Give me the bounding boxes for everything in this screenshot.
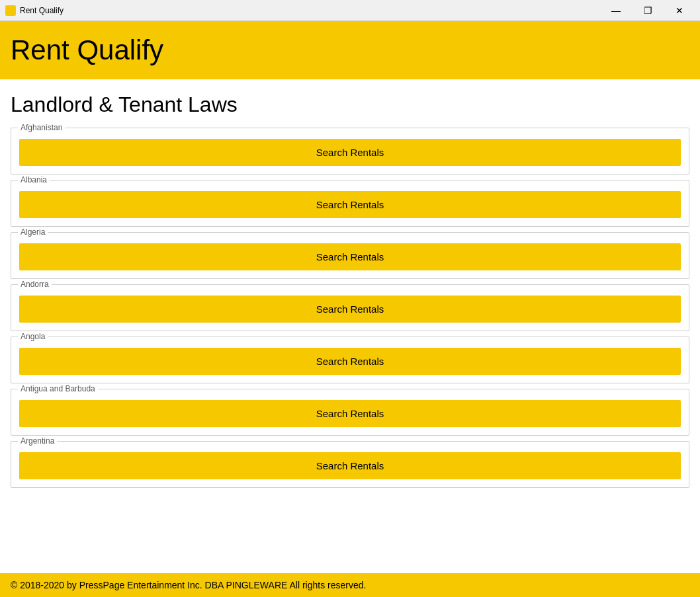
country-group: Antigua and BarbudaSearch Rentals (11, 389, 689, 436)
country-label: Angola (18, 332, 48, 341)
app-header: Rent Qualify (0, 21, 700, 79)
search-rentals-button[interactable]: Search Rentals (19, 348, 681, 375)
main-content: Landlord & Tenant Laws AfghanistanSearch… (0, 79, 700, 573)
country-label: Albania (18, 175, 50, 184)
title-bar: Rent Qualify — ❐ ✕ (0, 0, 700, 21)
search-rentals-button[interactable]: Search Rentals (19, 243, 681, 270)
close-button[interactable]: ✕ (664, 0, 695, 21)
country-group: AngolaSearch Rentals (11, 337, 689, 383)
country-label: Antigua and Barbuda (18, 384, 98, 393)
country-label: Algeria (18, 227, 48, 237)
search-rentals-button[interactable]: Search Rentals (19, 296, 681, 323)
search-rentals-button[interactable]: Search Rentals (19, 139, 681, 166)
country-group: AndorraSearch Rentals (11, 284, 689, 331)
country-label: Afghanistan (18, 123, 65, 132)
country-label: Andorra (18, 280, 52, 289)
page-heading: Landlord & Tenant Laws (11, 93, 689, 117)
app-icon (5, 5, 16, 16)
search-rentals-button[interactable]: Search Rentals (19, 400, 681, 427)
country-label: Argentina (18, 436, 57, 446)
app-title: Rent Qualify (11, 34, 689, 66)
minimize-button[interactable]: — (601, 0, 631, 21)
country-group: AlgeriaSearch Rentals (11, 232, 689, 279)
app-footer: © 2018-2020 by PressPage Entertainment I… (0, 573, 700, 597)
search-rentals-button[interactable]: Search Rentals (19, 452, 681, 479)
country-group: AfghanistanSearch Rentals (11, 128, 689, 175)
countries-list: AfghanistanSearch RentalsAlbaniaSearch R… (11, 128, 689, 488)
title-bar-text: Rent Qualify (20, 6, 601, 15)
country-group: ArgentinaSearch Rentals (11, 441, 689, 488)
country-group: AlbaniaSearch Rentals (11, 180, 689, 227)
maximize-button[interactable]: ❐ (633, 0, 663, 21)
window-controls: — ❐ ✕ (601, 0, 695, 21)
footer-text: © 2018-2020 by PressPage Entertainment I… (11, 580, 366, 590)
search-rentals-button[interactable]: Search Rentals (19, 191, 681, 218)
